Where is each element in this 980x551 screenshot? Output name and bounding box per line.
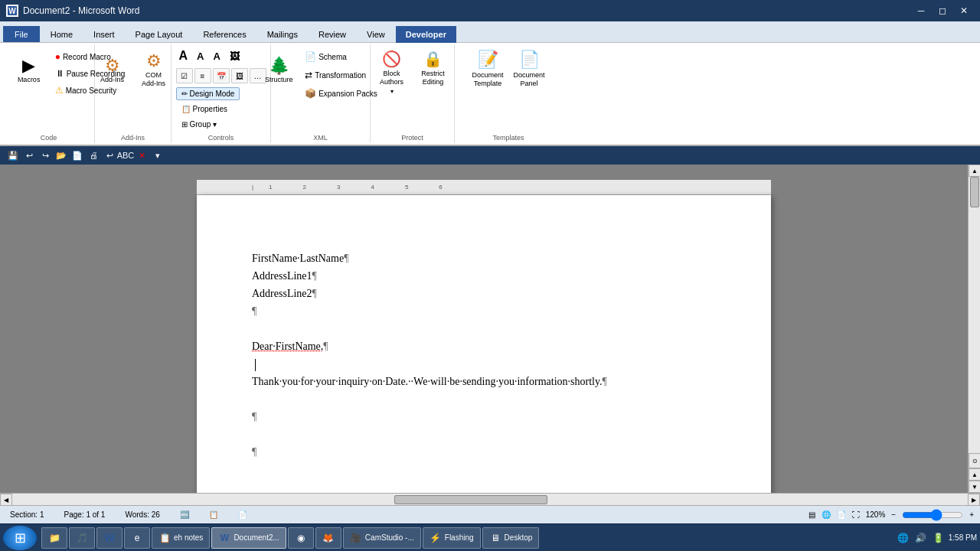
pilcrow-1: ¶ [344, 253, 348, 264]
structure-button[interactable]: 🌲 Structure [260, 47, 298, 93]
system-tray: 🌐 🔊 🔋 1:58 PM [896, 531, 977, 545]
tab-home[interactable]: Home [41, 26, 83, 42]
taskbar-flashing-button[interactable]: ⚡ Flashing [423, 527, 481, 549]
minimize-button[interactable]: ─ [911, 3, 931, 18]
h-scroll-track[interactable] [12, 494, 968, 505]
close-button[interactable]: ✕ [954, 3, 974, 18]
scroll-up-button[interactable]: ▲ [969, 165, 980, 177]
status-section[interactable]: Section: 1 [6, 509, 47, 520]
qa-redo-button[interactable]: ↪ [38, 148, 52, 162]
status-document-view1[interactable]: 📋 [205, 509, 222, 520]
tab-insert[interactable]: Insert [83, 26, 125, 42]
add-ins-button[interactable]: ⚙ Add-Ins [93, 47, 132, 93]
ctrl-list[interactable]: ≡ [194, 68, 211, 83]
ctrl-checkbox[interactable]: ☑ [176, 68, 193, 83]
text-size-small-button[interactable]: A [194, 49, 207, 64]
h-scroll-thumb[interactable] [394, 495, 547, 504]
qa-save-button[interactable]: 💾 [6, 148, 20, 162]
status-page[interactable]: Page: 1 of 1 [60, 509, 109, 520]
taskbar-firefox-button[interactable]: 🦊 [315, 527, 341, 549]
design-mode-button[interactable]: ✏ Design Mode [176, 87, 240, 100]
tab-developer[interactable]: Developer [396, 26, 456, 43]
status-zoom-in[interactable]: + [969, 510, 974, 519]
status-view-web[interactable]: 🌐 [822, 510, 831, 519]
scroll-left-button[interactable]: ◀ [0, 494, 12, 506]
tab-view[interactable]: View [357, 26, 395, 42]
ctrl-image2[interactable]: 🖼 [231, 68, 248, 83]
visual-basic-button[interactable]: VB VisualBasic [0, 47, 7, 93]
qa-spelling-button[interactable]: ABC [119, 148, 132, 162]
vertical-scrollbar[interactable]: ▲ ⊙ ▲ ▼ [968, 165, 980, 493]
taskbar-chrome-button[interactable]: ◉ [288, 527, 314, 549]
status-view-fullscreen[interactable]: ⛶ [852, 510, 860, 519]
doc-line-1: FirstName·LastName¶ [252, 250, 716, 266]
status-view-print[interactable]: 📄 [837, 510, 846, 519]
text-size-large-button[interactable]: A [176, 47, 191, 64]
block-authors-button[interactable]: 🚫 BlockAuthors ▾ [373, 47, 411, 97]
taskbar-camstudio-button[interactable]: 🎥 CamStudio -... [343, 527, 421, 549]
tab-references[interactable]: References [193, 26, 256, 42]
taskbar-ie-button[interactable]: e [124, 527, 150, 549]
scroll-track[interactable] [969, 177, 980, 453]
status-zoom-out[interactable]: − [891, 510, 896, 519]
text-image-button[interactable]: 🖼 [227, 49, 243, 64]
com-add-ins-button[interactable]: ⚙ COMAdd-Ins [135, 47, 173, 93]
qa-print-preview-button[interactable]: 🖨 [87, 148, 100, 162]
scroll-next-button[interactable]: ▼ [969, 481, 980, 493]
document-scroll-area[interactable]: |123456 FirstName·LastName¶ AddressLine1… [0, 165, 968, 493]
taskbar-explorer-button[interactable]: 📁 [41, 527, 67, 549]
title-bar-controls: ─ ◻ ✕ [911, 3, 974, 18]
taskbar-notes-button[interactable]: 📋 eh notes [152, 527, 210, 549]
zoom-slider[interactable] [902, 510, 963, 520]
horizontal-scrollbar[interactable]: ◀ ▶ [0, 493, 980, 505]
document-template-button[interactable]: 📝 DocumentTemplate [469, 47, 507, 93]
transformation-button[interactable]: ⇄ Transformation [301, 67, 381, 83]
start-button[interactable]: ⊞ [3, 526, 37, 550]
text-clear-button[interactable]: A [210, 49, 223, 64]
status-view-normal[interactable]: ▤ [808, 510, 815, 519]
tray-network-icon[interactable]: 🌐 [896, 531, 910, 545]
qa-open-button[interactable]: 📂 [54, 148, 68, 162]
properties-button[interactable]: 📋 Properties [176, 103, 234, 116]
status-words[interactable]: Words: 26 [121, 509, 163, 520]
qa-undo2-button[interactable]: ↩ [103, 148, 116, 162]
scroll-select-object-button[interactable]: ⊙ [969, 453, 980, 468]
maximize-button[interactable]: ◻ [933, 3, 952, 18]
restrict-editing-button[interactable]: 🔒 RestrictEditing [414, 47, 452, 93]
tray-volume-icon[interactable]: 🔊 [913, 531, 928, 545]
tab-mailings[interactable]: Mailings [257, 26, 308, 42]
scroll-right-button[interactable]: ▶ [968, 494, 980, 506]
qa-customize-button[interactable]: ▾ [151, 148, 165, 162]
status-spell-check[interactable]: 🔤 [176, 509, 193, 520]
macros-button[interactable]: ▶ Macros [10, 47, 48, 93]
system-clock[interactable]: 1:58 PM [949, 533, 977, 543]
ribbon: VB VisualBasic ▶ Macros ● Record Macro ⏸… [0, 43, 980, 146]
tab-review[interactable]: Review [309, 26, 356, 42]
notes-icon: 📋 [158, 532, 171, 544]
scroll-thumb[interactable] [970, 177, 979, 207]
taskbar-document2-button[interactable]: W Document2... [211, 527, 286, 549]
scroll-prev-button[interactable]: ▲ [969, 468, 980, 481]
doc-line-2: AddressLine1¶ [252, 268, 716, 284]
taskbar-desktop-button[interactable]: 🖥 Desktop [482, 527, 540, 549]
qa-undo-button[interactable]: ↩ [22, 148, 36, 162]
group-button[interactable]: ⊞ Group ▾ [176, 118, 223, 131]
document-page-content[interactable]: FirstName·LastName¶ AddressLine1¶ Addres… [197, 195, 771, 493]
ruler: |123456 [197, 180, 771, 195]
ctrl-date[interactable]: 📅 [213, 68, 230, 83]
schema-button[interactable]: 📄 Schema [301, 49, 381, 64]
addins-group-label: Add-Ins [95, 134, 171, 142]
taskbar-media-button[interactable]: 🎵 [69, 527, 95, 549]
qa-cancel-button[interactable]: ✕ [135, 148, 149, 162]
tab-page-layout[interactable]: Page Layout [126, 26, 193, 42]
status-document-view2[interactable]: 📄 [234, 509, 251, 520]
document-template-icon: 📝 [478, 50, 498, 70]
document-panel-button[interactable]: 📄 DocumentPanel [510, 47, 548, 93]
tray-battery-icon[interactable]: 🔋 [931, 531, 946, 545]
desktop-label: Desktop [505, 533, 533, 542]
expansion-packs-button[interactable]: 📦 Expansion Packs [301, 86, 381, 101]
pilcrow-6: ¶ [323, 341, 328, 352]
taskbar-word-icon-button[interactable]: W [96, 527, 122, 549]
tab-file[interactable]: File [3, 26, 40, 42]
qa-new-button[interactable]: 📄 [70, 148, 84, 162]
